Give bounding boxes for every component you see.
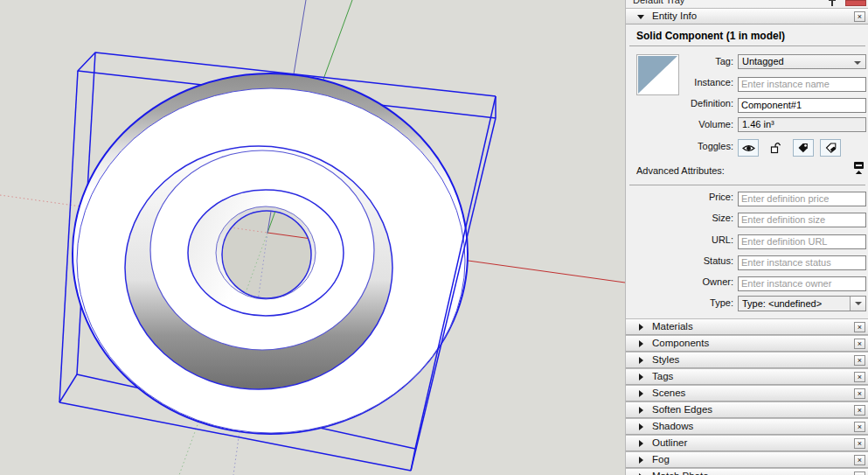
expand-arrow-icon (639, 423, 643, 430)
definition-label: Definition: (626, 96, 733, 111)
combo-dropdown-button[interactable] (850, 297, 865, 311)
close-icon[interactable]: × (854, 422, 865, 432)
close-icon[interactable]: × (854, 405, 865, 416)
toggles-label: Toggles: (626, 139, 733, 154)
definition-input[interactable] (738, 98, 866, 113)
panel-header-styles[interactable]: Styles × (626, 352, 868, 368)
entity-type-heading: Solid Component (1 in model) (636, 30, 785, 42)
type-value: Type: <undefined> (742, 298, 822, 309)
separator (629, 185, 865, 185)
close-icon[interactable]: × (854, 322, 865, 332)
expand-arrow-icon (639, 440, 643, 447)
tag-value: Untagged (742, 56, 784, 66)
expand-arrow-icon (639, 457, 643, 464)
price-input[interactable] (738, 192, 866, 206)
tag-dropdown[interactable]: Untagged (738, 54, 866, 69)
close-icon[interactable]: × (854, 438, 865, 449)
instance-input[interactable] (738, 77, 866, 92)
tray-title: Default Tray (633, 0, 684, 5)
expand-arrow-icon (639, 340, 643, 347)
entity-info-header[interactable]: Entity Info × (626, 8, 868, 24)
close-icon[interactable]: × (854, 388, 865, 399)
chevron-down-icon (854, 61, 861, 65)
close-icon[interactable]: × (854, 455, 865, 465)
type-label: Type: (626, 296, 733, 311)
viewport-3d[interactable] (0, 0, 625, 475)
tray-close-button[interactable] (845, 0, 866, 6)
volume-value: 1.46 in³ (738, 117, 866, 132)
expand-arrow-icon (639, 374, 643, 381)
details-toggle-icon[interactable] (853, 161, 865, 175)
status-label: Status: (626, 254, 733, 269)
close-icon[interactable]: × (854, 339, 865, 349)
toggles-row (738, 139, 866, 157)
owner-label: Owner: (626, 275, 733, 290)
panel-header-match-photo[interactable]: Match Photo × (626, 468, 868, 475)
close-icon[interactable]: × (854, 372, 865, 382)
close-icon[interactable]: × (854, 11, 865, 22)
separator (629, 45, 865, 46)
tag-filled-icon[interactable] (793, 139, 814, 157)
washer-center-hole (222, 211, 311, 298)
volume-label: Volume: (626, 117, 733, 132)
panel-header-tags[interactable]: Tags × (626, 368, 868, 385)
owner-input[interactable] (738, 276, 866, 291)
expand-arrow-icon (639, 357, 643, 364)
default-tray: Default Tray Entity Info × Solid Compone… (625, 0, 868, 475)
expand-arrow-icon (639, 407, 643, 414)
type-combobox[interactable]: Type: <undefined> (738, 296, 866, 311)
entity-info-title: Entity Info (652, 10, 697, 21)
close-icon[interactable]: × (854, 472, 865, 475)
expand-arrow-icon (639, 324, 643, 331)
status-input[interactable] (738, 255, 866, 270)
model-washer[interactable] (73, 73, 468, 434)
price-label: Price: (626, 190, 733, 205)
panel-header-shadows[interactable]: Shadows × (626, 418, 868, 435)
url-input[interactable] (738, 234, 866, 249)
size-input[interactable] (738, 213, 866, 227)
tag-label: Tag: (626, 54, 733, 69)
panel-header-soften-edges[interactable]: Soften Edges × (626, 402, 868, 418)
visibility-eye-icon[interactable] (738, 139, 759, 157)
sketchup-window: Default Tray Entity Info × Solid Compone… (0, 0, 868, 475)
expand-arrow-icon (639, 390, 643, 397)
panel-header-materials[interactable]: Materials × (626, 318, 868, 335)
chevron-down-icon (855, 302, 862, 305)
url-label: URL: (626, 233, 733, 248)
panel-header-outliner[interactable]: Outliner × (626, 435, 868, 451)
lock-open-icon[interactable] (765, 140, 786, 157)
panel-header-components[interactable]: Components × (626, 335, 868, 352)
panel-header-scenes[interactable]: Scenes × (626, 385, 868, 402)
advanced-attributes-label: Advanced Attributes: (636, 164, 759, 178)
pin-icon[interactable] (828, 0, 837, 7)
size-label: Size: (626, 211, 733, 226)
collapse-arrow-icon (637, 15, 644, 19)
close-icon[interactable]: × (854, 355, 865, 366)
instance-label: Instance: (626, 75, 733, 90)
panel-header-fog[interactable]: Fog × (626, 451, 868, 468)
tag-eraser-icon[interactable] (820, 139, 841, 157)
